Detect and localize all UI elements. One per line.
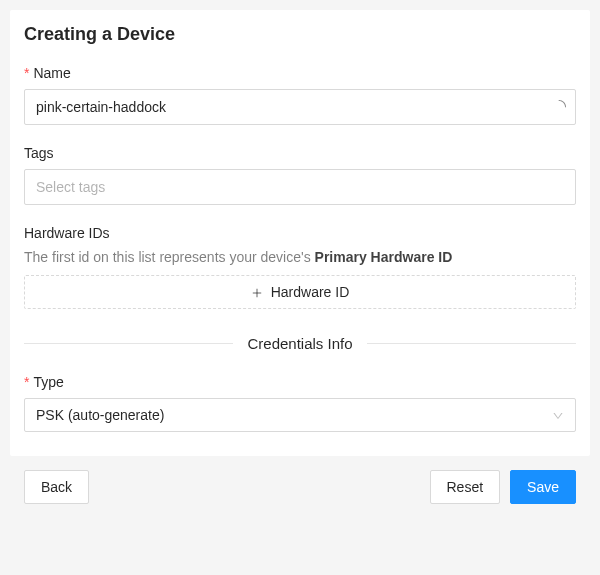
- tags-input[interactable]: Select tags: [24, 169, 576, 205]
- hardware-ids-label-row: Hardware IDs: [24, 225, 576, 241]
- chevron-down-icon: [552, 409, 564, 421]
- name-input-wrap: [24, 89, 576, 125]
- add-hardware-id-button[interactable]: Hardware ID: [24, 275, 576, 309]
- loading-icon: [552, 100, 566, 114]
- credentials-divider-text: Credentials Info: [233, 335, 366, 352]
- form-card: Creating a Device *Name Tags Select tags: [10, 10, 590, 456]
- name-label-row: *Name: [24, 65, 576, 81]
- required-mark: *: [24, 65, 29, 81]
- save-button[interactable]: Save: [510, 470, 576, 504]
- type-value: PSK (auto-generate): [36, 407, 164, 423]
- type-select[interactable]: PSK (auto-generate): [24, 398, 576, 432]
- credentials-divider: Credentials Info: [24, 335, 576, 352]
- footer: Back Reset Save: [10, 456, 590, 504]
- reset-button[interactable]: Reset: [430, 470, 501, 504]
- name-field: *Name: [24, 65, 576, 125]
- type-field: *Type PSK (auto-generate): [24, 374, 576, 432]
- add-hardware-id-label: Hardware ID: [271, 284, 350, 300]
- footer-right: Reset Save: [430, 470, 577, 504]
- type-label-row: *Type: [24, 374, 576, 390]
- tags-label-row: Tags: [24, 145, 576, 161]
- type-label: Type: [33, 374, 63, 390]
- name-label: Name: [33, 65, 70, 81]
- name-input[interactable]: [24, 89, 576, 125]
- page-title: Creating a Device: [24, 24, 576, 45]
- tags-label: Tags: [24, 145, 54, 161]
- plus-icon: [251, 286, 263, 298]
- hardware-ids-field: Hardware IDs The first id on this list r…: [24, 225, 576, 309]
- required-mark: *: [24, 374, 29, 390]
- tags-placeholder: Select tags: [36, 179, 105, 195]
- hardware-ids-label: Hardware IDs: [24, 225, 110, 241]
- tags-field: Tags Select tags: [24, 145, 576, 205]
- hardware-ids-help-prefix: The first id on this list represents you…: [24, 249, 315, 265]
- hardware-ids-help-bold: Primary Hardware ID: [315, 249, 453, 265]
- hardware-ids-help: The first id on this list represents you…: [24, 249, 576, 265]
- back-button[interactable]: Back: [24, 470, 89, 504]
